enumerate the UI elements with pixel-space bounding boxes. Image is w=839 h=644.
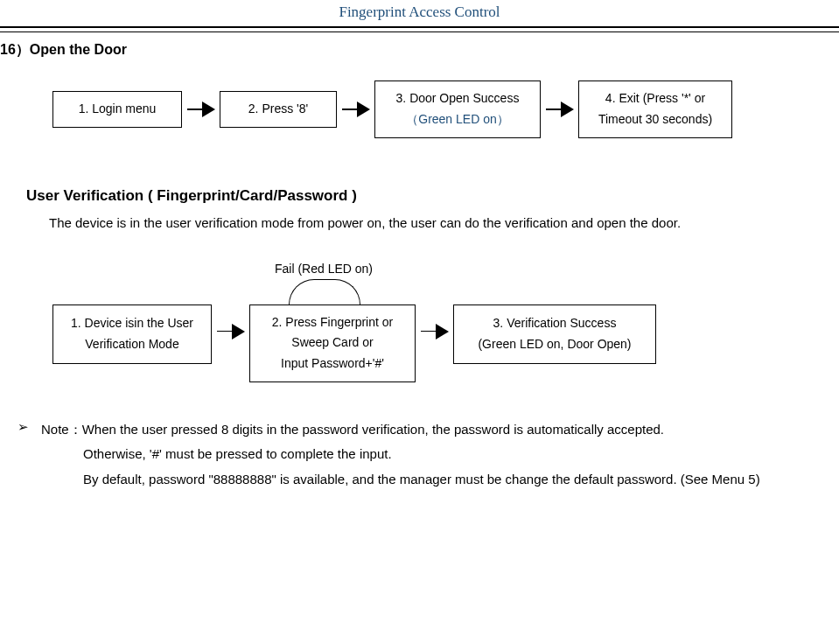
step-device-mode-line2: Verification Mode	[64, 334, 200, 355]
step-verification-success-line2: (Green LED on, Door Open)	[465, 334, 645, 355]
step-press-8-label: 2. Press '8'	[248, 102, 308, 116]
step-exit-line1: 4. Exit (Press '*' or	[590, 88, 721, 109]
step-login-menu: 1. Login menu	[52, 91, 182, 128]
step-login-menu-label: 1. Login menu	[79, 102, 157, 116]
note-line-1: Note：When the user pressed 8 digits in t…	[41, 417, 760, 443]
step-input-method-line2: Sweep Card or	[261, 332, 404, 354]
header-underline	[0, 26, 839, 32]
step-exit: 4. Exit (Press '*' or Timeout 30 seconds…	[578, 80, 732, 138]
open-door-flow: 1. Login menu 2. Press '8' 3. Door Open …	[52, 80, 839, 138]
step-input-method-line1: 2. Press Fingerprint or	[261, 312, 404, 333]
note-line-2: Otherwise, '#' must be pressed to comple…	[83, 442, 760, 467]
section-open-door-title: 16）Open the Door	[0, 41, 839, 60]
section-user-verification-heading: User Verification ( Fingerprint/Card/Pas…	[26, 187, 839, 205]
step-press-8: 2. Press '8'	[220, 91, 337, 128]
fail-loop-arc	[289, 279, 360, 304]
step-device-mode: 1. Device isin the User Verification Mod…	[52, 304, 212, 364]
bullet-icon: ➢	[17, 419, 29, 493]
fail-label: Fail (Red LED on)	[254, 262, 394, 276]
step-door-open-success-line2: （Green LED on）	[386, 109, 529, 130]
arrow-icon	[342, 103, 369, 116]
note-line-3: By default, password "88888888" is avail…	[83, 467, 760, 493]
page-header-title: Fingerprint Access Control	[0, 4, 839, 21]
step-verification-success: 3. Verification Success (Green LED on, D…	[453, 304, 656, 364]
step-verification-success-line1: 3. Verification Success	[465, 313, 645, 334]
step-input-method: 2. Press Fingerprint or Sweep Card or In…	[249, 304, 416, 382]
arrow-icon	[546, 103, 573, 116]
step-door-open-success: 3. Door Open Success （Green LED on）	[374, 80, 541, 138]
section-user-verification-body: The device is in the user verification m…	[49, 215, 839, 230]
step-exit-line2: Timeout 30 seconds)	[590, 109, 721, 130]
step-input-method-line3: Input Password+'#'	[261, 354, 404, 374]
verification-flow: 1. Device isin the User Verification Mod…	[52, 304, 839, 382]
step-device-mode-line1: 1. Device isin the User	[64, 313, 200, 334]
arrow-icon	[217, 326, 244, 338]
arrow-icon	[421, 326, 448, 338]
arrow-icon	[187, 103, 214, 116]
step-door-open-success-line1: 3. Door Open Success	[386, 88, 529, 109]
note-block: ➢ Note：When the user pressed 8 digits in…	[17, 417, 839, 493]
